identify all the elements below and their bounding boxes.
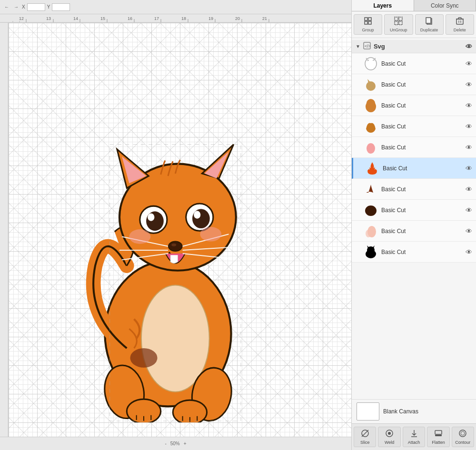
svg-rect-75 [458, 18, 461, 19]
layer-eye-3[interactable]: 👁 [466, 102, 472, 109]
layer-eye-2[interactable]: 👁 [466, 81, 472, 88]
layer-item[interactable]: Basic Cut 👁 [352, 179, 476, 200]
toolbar-controls: ← → X Y [3, 3, 70, 11]
svg-group-eye[interactable]: 👁 [466, 43, 472, 50]
weld-label: Weld [385, 440, 394, 445]
svg-text:12: 12 [19, 16, 24, 21]
svg-text:20: 20 [235, 16, 240, 21]
redo-button[interactable]: → [12, 4, 20, 10]
layer-item[interactable]: Basic Cut 👁 [352, 221, 476, 242]
svg-rect-66 [368, 21, 371, 24]
layer-item[interactable]: Basic Cut 👁 [352, 158, 476, 179]
blank-canvas-row[interactable]: Blank Canvas [352, 399, 476, 423]
svg-point-47 [148, 213, 154, 221]
canvas-thumbnail [357, 402, 379, 421]
svg-rect-67 [395, 17, 398, 20]
panel-toolbar: Group UnGroup Duplicate Delete [352, 11, 476, 38]
svg-rect-24 [0, 23, 9, 437]
layer-thumb-3 [363, 98, 378, 113]
layer-label-1: Basic Cut [381, 60, 463, 67]
svg-text:18: 18 [181, 16, 186, 21]
layer-item[interactable]: Basic Cut 👁 [352, 242, 476, 263]
slice-button[interactable]: Slice [354, 427, 376, 447]
svg-point-59 [130, 348, 157, 368]
layers-list[interactable]: ▼ </> Svg 👁 Basic Cut 👁 Basic Cut 👁 [352, 38, 476, 399]
layer-eye-5[interactable]: 👁 [466, 144, 472, 151]
cat-illustration [47, 80, 289, 422]
delete-button[interactable]: Delete [446, 14, 474, 35]
layer-label-7: Basic Cut [381, 186, 463, 193]
layer-eye-1[interactable]: 👁 [466, 60, 472, 68]
layer-eye-6[interactable]: 👁 [466, 165, 472, 172]
svg-text:15: 15 [100, 16, 105, 21]
svg-group-header[interactable]: ▼ </> Svg 👁 [352, 40, 476, 53]
svg-point-86 [367, 99, 375, 108]
layer-thumb-5 [363, 140, 378, 155]
svg-text:</>: </> [365, 44, 371, 49]
svg-rect-70 [399, 21, 402, 25]
svg-point-103 [461, 431, 465, 435]
ungroup-button[interactable]: UnGroup [384, 14, 413, 35]
layer-thumb-8 [363, 203, 378, 218]
x-label: X [22, 4, 25, 10]
layer-label-6: Basic Cut [383, 165, 463, 172]
x-input[interactable] [27, 3, 45, 11]
svg-point-87 [367, 143, 375, 154]
svg-rect-73 [456, 19, 463, 24]
layer-item[interactable]: Basic Cut 👁 [352, 116, 476, 137]
design-canvas[interactable] [9, 23, 351, 437]
svg-group-icon: </> [363, 42, 371, 51]
ungroup-label: UnGroup [390, 28, 407, 32]
svg-point-61 [200, 227, 221, 242]
layer-item[interactable]: Basic Cut 👁 [352, 95, 476, 116]
svg-group-label: Svg [374, 43, 385, 50]
layer-eye-9[interactable]: 👁 [466, 227, 472, 235]
undo-button[interactable]: ← [3, 4, 10, 10]
group-button[interactable]: Group [354, 14, 382, 35]
vertical-ruler-svg [0, 23, 9, 437]
tab-color-sync[interactable]: Color Sync [414, 0, 476, 11]
attach-label: Attach [408, 440, 420, 445]
layer-item[interactable]: Basic Cut 👁 [352, 200, 476, 221]
duplicate-icon [425, 17, 434, 27]
canvas-area: ← → X Y 12 13 14 15 16 17 18 [0, 0, 351, 450]
svg-rect-68 [399, 17, 402, 20]
layer-eye-7[interactable]: 👁 [466, 186, 472, 193]
layer-eye-10[interactable]: 👁 [466, 248, 472, 256]
attach-icon [410, 429, 418, 439]
svg-rect-72 [426, 18, 431, 23]
layer-item[interactable]: Basic Cut 👁 [352, 53, 476, 74]
layer-eye-8[interactable]: 👁 [466, 206, 472, 214]
cat-svg [47, 80, 289, 422]
svg-point-52 [171, 244, 176, 246]
svg-rect-69 [395, 21, 398, 25]
tab-layers[interactable]: Layers [352, 0, 414, 11]
layer-eye-4[interactable]: 👁 [466, 123, 472, 130]
layer-thumb-10 [363, 245, 378, 260]
contour-button[interactable]: Contour [452, 427, 474, 447]
horizontal-ruler: 12 13 14 15 16 17 18 19 20 21 [0, 14, 351, 23]
duplicate-label: Duplicate [420, 28, 438, 32]
attach-button[interactable]: Attach [403, 427, 425, 447]
top-toolbar: ← → X Y [0, 0, 351, 14]
svg-text:17: 17 [154, 16, 159, 21]
duplicate-button[interactable]: Duplicate [415, 14, 444, 35]
layer-label-10: Basic Cut [381, 249, 463, 255]
layer-item[interactable]: Basic Cut 👁 [352, 137, 476, 158]
flatten-button[interactable]: Flatten [427, 427, 449, 447]
delete-label: Delete [454, 28, 466, 32]
svg-point-98 [388, 432, 391, 435]
bottom-toolbar: - 50% + [0, 437, 351, 450]
y-input[interactable] [52, 3, 70, 11]
layer-label-2: Basic Cut [381, 81, 463, 88]
flatten-label: Flatten [432, 440, 445, 445]
svg-rect-101 [435, 430, 442, 434]
weld-button[interactable]: Weld [378, 427, 400, 447]
chevron-down-icon: ▼ [356, 44, 360, 49]
layer-item[interactable]: Basic Cut 👁 [352, 74, 476, 95]
canvas-label: Blank Canvas [383, 408, 418, 415]
svg-point-60 [129, 229, 150, 244]
right-panel: Layers Color Sync Group UnGroup Duplicat… [351, 0, 476, 450]
layer-thumb-4 [363, 119, 378, 134]
contour-icon [458, 429, 467, 439]
